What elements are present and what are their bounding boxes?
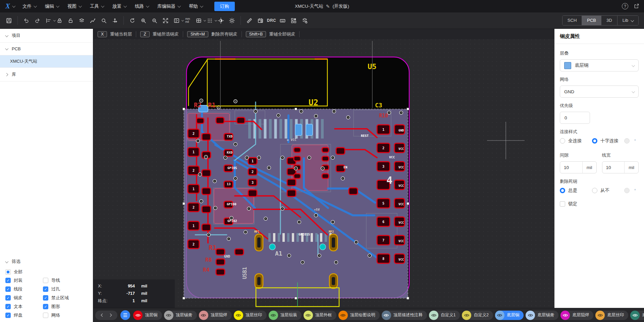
filter-option-left-2[interactable]: ✓铜皮	[5, 294, 43, 301]
filter-option-left-3[interactable]: ✓文本	[5, 303, 43, 310]
dot-grid-button[interactable]	[204, 15, 215, 26]
sidebar-section-pcb[interactable]: PCB	[0, 43, 93, 55]
layer-manager-button[interactable]	[299, 15, 310, 26]
filter-option-right-4[interactable]: 网络	[43, 312, 93, 319]
view-tab-3d[interactable]: 3D	[601, 16, 617, 25]
sidebar-section-project[interactable]: 项目	[0, 29, 93, 43]
trace-width-input[interactable]: 10 mil	[602, 161, 639, 173]
save-button[interactable]	[3, 15, 14, 26]
layer-chip-10[interactable]: 底层铜	[495, 311, 524, 320]
layer-chip-0[interactable]: 顶层铜	[133, 311, 162, 320]
layer-chip-3[interactable]: 顶层丝印	[234, 311, 267, 320]
filter-option-left-0[interactable]: ✓封装	[5, 277, 43, 284]
drc-button[interactable]: DRC	[266, 15, 277, 26]
clearance-unit[interactable]: mil	[582, 162, 596, 173]
measure-button[interactable]	[244, 15, 255, 26]
trace-width-value[interactable]: 10	[602, 162, 625, 173]
chevron-left-icon[interactable]	[101, 314, 104, 317]
units-toggle-button[interactable]: mmmil	[182, 15, 193, 26]
undo-button[interactable]	[21, 15, 32, 26]
menu-item-6[interactable]: 库编辑器	[153, 0, 184, 12]
layer-chip-12[interactable]: 底层阻焊	[560, 311, 593, 320]
layer-visibility-eye-icon[interactable]	[133, 311, 143, 320]
filter-option-right-1[interactable]: ✓过孔	[43, 286, 93, 292]
menu-item-7[interactable]: 帮助	[184, 0, 207, 12]
radio-option-0[interactable]: 总是	[560, 187, 592, 194]
trace-width-unit[interactable]: mil	[624, 162, 638, 173]
layer-visibility-eye-icon[interactable]	[234, 311, 243, 320]
layer-chip-5[interactable]: 顶层外框	[304, 311, 336, 320]
filter-option-right-0[interactable]: 导线	[43, 277, 93, 284]
layer-chip-4[interactable]: 顶层组装	[269, 311, 302, 320]
sidebar-item-active-board[interactable]: XMCU-天气站	[0, 55, 93, 68]
grid-settings-button[interactable]	[193, 15, 204, 26]
clearance-value[interactable]: 10	[560, 162, 582, 173]
refresh-button[interactable]	[127, 15, 138, 26]
radio-option-0[interactable]: 全连接	[560, 138, 592, 144]
filter-option-right-2[interactable]: ✓禁止区域	[43, 294, 93, 301]
layer-visibility-eye-icon[interactable]	[462, 311, 471, 320]
menu-item-1[interactable]: 编辑	[41, 0, 63, 12]
layer-visibility-eye-icon[interactable]	[382, 311, 391, 320]
layer-select[interactable]: 底层铜	[560, 59, 639, 71]
menu-item-0[interactable]: 文件	[18, 0, 41, 12]
menu-item-3[interactable]: 工具	[86, 0, 108, 12]
zoom-out-button[interactable]	[149, 15, 160, 26]
layer-chip-2[interactable]: 顶层阻焊	[199, 311, 232, 320]
layer-visibility-eye-icon[interactable]	[630, 311, 640, 320]
layer-chip-13[interactable]: 底层丝印	[595, 311, 628, 320]
layer-visibility-eye-icon[interactable]	[164, 311, 173, 320]
filter-all-checkbox[interactable]: 全部	[0, 268, 93, 277]
help-icon[interactable]: ?	[622, 3, 628, 9]
clearance-input[interactable]: 10 mil	[560, 161, 597, 173]
view-tab-sch[interactable]: SCH	[562, 16, 582, 25]
layer-scroll-nav[interactable]	[95, 311, 117, 320]
route-button[interactable]	[87, 15, 98, 26]
pcb-board[interactable]: 12356782121212123U5U2C3R10R2R14A1R1R8R4U…	[93, 39, 554, 308]
layer-chip-7[interactable]: 顶层描述性注释	[382, 311, 427, 320]
design-rules-button[interactable]	[255, 15, 266, 26]
layer-chip-6[interactable]: 顶层绘图说明	[338, 311, 380, 320]
filter-option-right-3[interactable]: ✓图形	[43, 303, 93, 310]
radio-option-1[interactable]: 十字连接	[592, 138, 624, 144]
menu-item-5[interactable]: 线路	[130, 0, 153, 12]
order-button[interactable]: 订购	[214, 2, 235, 11]
layer-chip-9[interactable]: 自定义2	[462, 311, 493, 320]
layer-visibility-eye-icon[interactable]	[199, 311, 208, 320]
unlock-button[interactable]	[65, 15, 76, 26]
layer-visibility-eye-icon[interactable]	[269, 311, 278, 320]
layer-chip-11[interactable]: 底层锡膏	[526, 311, 558, 320]
layer-visibility-eye-icon[interactable]	[429, 311, 438, 320]
align-button[interactable]	[43, 15, 54, 26]
brightness-button[interactable]	[226, 15, 237, 26]
contrast-button[interactable]	[215, 15, 226, 26]
zoom-in-button[interactable]	[138, 15, 149, 26]
split-view-button[interactable]	[171, 15, 182, 26]
layer-chip-8[interactable]: 自定义1	[429, 311, 460, 320]
view-tab-pcb[interactable]: PCB	[582, 16, 601, 25]
search-button[interactable]	[98, 15, 109, 26]
open-external-icon[interactable]	[634, 3, 639, 9]
copper-pour-button[interactable]	[76, 15, 87, 26]
layer-visibility-eye-icon[interactable]	[338, 311, 348, 320]
pcb-canvas[interactable]: X重铺当前层Z重铺所选铜皮Shift+M删除所有铜皮Shift+B重铺全部铜皮 …	[93, 29, 554, 308]
layer-visibility-eye-icon[interactable]	[495, 311, 504, 320]
layer-chip-14[interactable]: 底层组装	[630, 311, 644, 320]
net-select[interactable]: GND	[560, 86, 639, 98]
chevron-right-icon[interactable]	[109, 314, 112, 317]
lock-checkbox[interactable]: 锁定	[560, 201, 639, 207]
priority-input[interactable]: 0	[560, 112, 590, 124]
menu-item-4[interactable]: 放置	[108, 0, 130, 12]
app-logo[interactable]: X	[5, 2, 15, 10]
zoom-fit-button[interactable]	[160, 15, 171, 26]
layer-visibility-eye-icon[interactable]	[595, 311, 605, 320]
layer-visibility-eye-icon[interactable]	[304, 311, 313, 320]
move-origin-button[interactable]	[109, 15, 120, 26]
filter-option-left-1[interactable]: ✓线段	[5, 286, 43, 292]
layer-visibility-eye-icon[interactable]	[560, 311, 570, 320]
redo-button[interactable]	[32, 15, 43, 26]
layout-blocks-button[interactable]	[288, 15, 299, 26]
lock-button[interactable]	[54, 15, 65, 26]
radio-option-1[interactable]: 从不	[592, 187, 624, 194]
view-tab-lib[interactable]: Lib	[617, 16, 638, 25]
